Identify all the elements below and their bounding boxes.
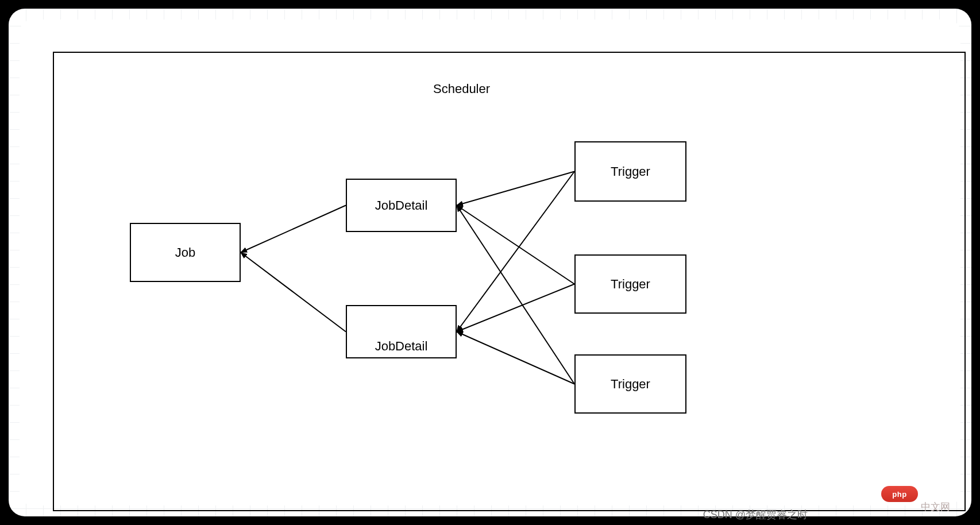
node-trigger-2: Trigger xyxy=(574,254,686,314)
node-label: Trigger xyxy=(611,277,650,292)
node-label: Trigger xyxy=(611,377,650,392)
node-trigger-3: Trigger xyxy=(574,354,686,414)
php-badge: php xyxy=(881,486,918,502)
node-job: Job xyxy=(130,223,241,282)
scheduler-title: Scheduler xyxy=(433,82,490,96)
node-label: JobDetail xyxy=(375,339,428,354)
watermark-text: CSDN @梦醒贾睿之时 xyxy=(703,508,808,522)
node-label: Job xyxy=(175,245,195,260)
node-label: JobDetail xyxy=(375,198,428,213)
node-jobdetail-2: JobDetail xyxy=(346,305,457,358)
node-trigger-1: Trigger xyxy=(574,141,686,202)
diagram-panel: Scheduler Job JobDetail JobDetail Trigge… xyxy=(20,20,960,505)
node-label: Trigger xyxy=(611,164,650,179)
node-jobdetail-1: JobDetail xyxy=(346,179,457,232)
php-cn-text: 中文网 xyxy=(921,500,950,514)
